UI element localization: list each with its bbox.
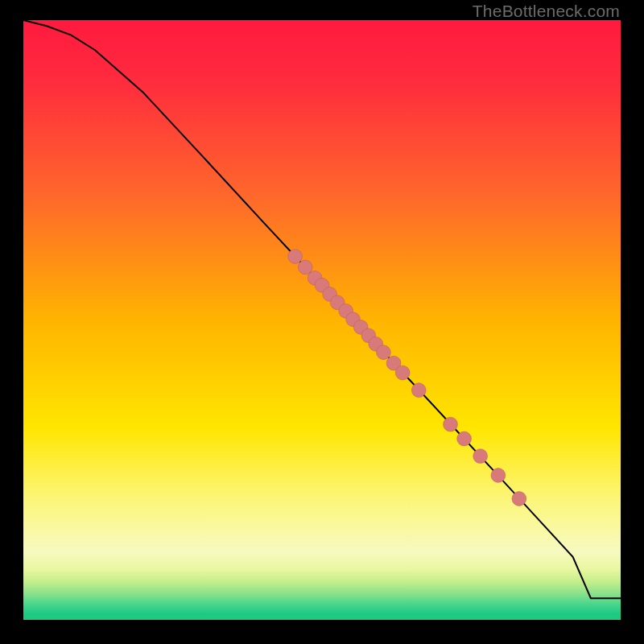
- curve-marker: [473, 449, 488, 464]
- curve-marker: [288, 250, 303, 264]
- chart-stage: TheBottleneck.com: [0, 0, 644, 644]
- curve-marker: [444, 417, 458, 431]
- curve-marker: [491, 469, 506, 483]
- watermark-text: TheBottleneck.com: [473, 2, 620, 21]
- gradient-background: [23, 20, 621, 620]
- curve-marker: [512, 492, 526, 506]
- curve-marker: [457, 431, 472, 446]
- curve-marker: [411, 383, 426, 398]
- curve-marker: [395, 365, 410, 380]
- chart-svg: [23, 20, 621, 620]
- plot-area: [23, 20, 621, 620]
- curve-marker: [377, 345, 391, 360]
